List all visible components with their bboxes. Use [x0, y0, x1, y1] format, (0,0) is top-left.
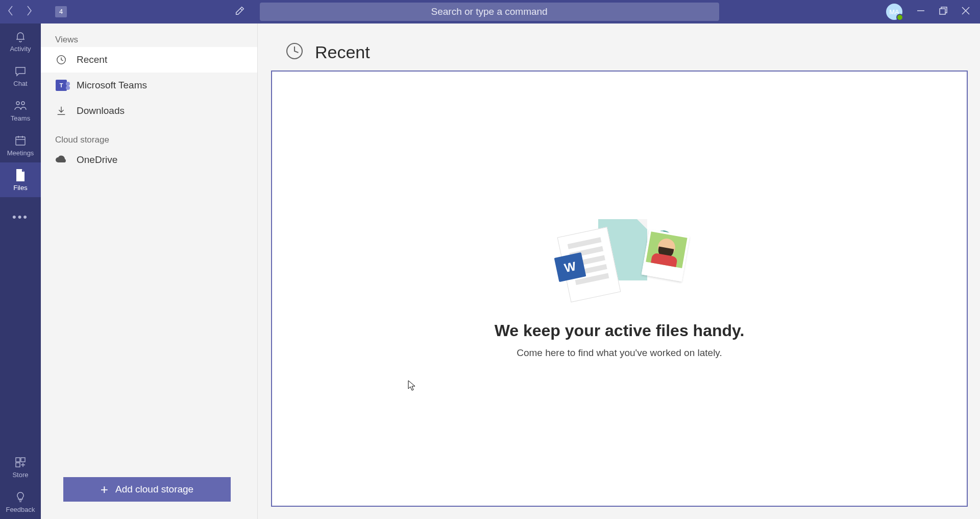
svg-rect-1	[940, 9, 945, 14]
avatar[interactable]: MA	[886, 4, 902, 20]
presence-indicator	[896, 14, 903, 21]
sidebar-item-onedrive[interactable]: OneDrive	[41, 147, 257, 173]
page-title: Recent	[315, 42, 370, 62]
sidebar-item-label: OneDrive	[77, 154, 117, 166]
download-icon	[55, 105, 67, 117]
file-icon	[15, 169, 26, 182]
notification-badge[interactable]: 4	[55, 6, 67, 17]
svg-point-4	[16, 102, 19, 105]
rail-more[interactable]: •••	[0, 197, 41, 232]
svg-rect-11	[21, 458, 25, 462]
sidebar-item-label: Recent	[77, 54, 107, 65]
add-storage-label: Add cloud storage	[115, 484, 193, 495]
lightbulb-icon	[14, 490, 27, 504]
add-cloud-storage-button[interactable]: + Add cloud storage	[63, 477, 231, 502]
maximize-button[interactable]	[939, 7, 947, 17]
svg-rect-10	[16, 458, 20, 462]
rail-label: Files	[13, 184, 27, 192]
search-input[interactable]	[260, 3, 719, 21]
rail-label: Feedback	[6, 506, 35, 513]
rail-feedback[interactable]: Feedback	[0, 484, 41, 519]
store-icon	[14, 456, 27, 469]
more-icon: •••	[12, 205, 29, 224]
rail-activity[interactable]: Activity	[0, 23, 41, 58]
rail-meetings[interactable]: Meetings	[0, 128, 41, 162]
sidebar-item-label: Downloads	[77, 105, 125, 116]
clock-icon	[55, 54, 67, 66]
files-sidebar: Views Recent T Microsoft Teams Downloads…	[41, 23, 258, 519]
sidebar-item-recent[interactable]: Recent	[41, 47, 257, 73]
title-bar: 4 MA	[0, 0, 980, 23]
bell-icon	[14, 30, 27, 43]
teams-app-icon: T	[55, 79, 67, 91]
chat-icon	[14, 64, 27, 78]
calendar-icon	[14, 134, 27, 147]
compose-icon[interactable]	[234, 5, 246, 18]
sidebar-item-teams[interactable]: T Microsoft Teams	[41, 73, 257, 98]
files-illustration: W	[553, 219, 686, 301]
svg-rect-6	[16, 137, 25, 145]
empty-state: W We keep your active files handy. Come …	[271, 70, 968, 507]
forward-button[interactable]	[26, 5, 33, 18]
teams-icon	[14, 99, 27, 112]
rail-label: Store	[12, 471, 28, 479]
app-rail: Activity Chat Teams Meetings Files	[0, 23, 41, 519]
close-button[interactable]	[962, 7, 970, 17]
rail-label: Chat	[13, 80, 27, 87]
svg-point-5	[21, 102, 24, 105]
clock-icon	[285, 42, 304, 62]
rail-label: Meetings	[7, 149, 34, 157]
plus-icon: +	[101, 482, 108, 498]
cloud-header: Cloud storage	[41, 124, 257, 147]
rail-chat[interactable]: Chat	[0, 58, 41, 93]
views-header: Views	[41, 23, 257, 47]
svg-rect-12	[16, 463, 20, 467]
empty-subtitle: Come here to find what you've worked on …	[517, 347, 722, 359]
rail-label: Activity	[10, 45, 31, 53]
minimize-button[interactable]	[917, 7, 925, 17]
sidebar-item-downloads[interactable]: Downloads	[41, 98, 257, 124]
back-button[interactable]	[7, 5, 14, 18]
content-header: Recent	[271, 34, 968, 70]
empty-title: We keep your active files handy.	[495, 321, 745, 340]
rail-teams[interactable]: Teams	[0, 93, 41, 128]
rail-files[interactable]: Files	[0, 162, 41, 197]
content-area: Recent W We keep your active files handy…	[258, 23, 980, 519]
rail-label: Teams	[11, 114, 30, 122]
onedrive-icon	[55, 154, 67, 166]
sidebar-item-label: Microsoft Teams	[77, 80, 147, 91]
rail-store[interactable]: Store	[0, 450, 41, 484]
